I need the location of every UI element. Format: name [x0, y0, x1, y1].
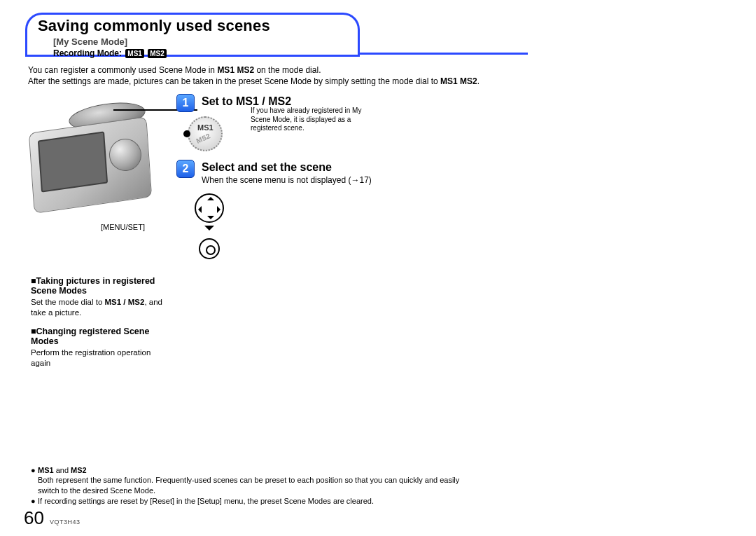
dpad-up-icon	[207, 193, 214, 200]
navigation-pad-illustration	[193, 193, 225, 259]
mode-dial-illustration: MS1 MS2	[188, 116, 223, 151]
taking-pictures-body: Set the mode dial to MS1 / MS2, and take…	[31, 297, 171, 318]
taking-pictures-heading: ■Taking pictures in registered Scene Mod…	[31, 276, 171, 296]
camera-screen-icon	[38, 132, 108, 193]
intro-line2: After the settings are made, pictures ca…	[28, 76, 440, 86]
bullet-icon: ●	[31, 496, 38, 507]
intro-paragraph: You can register a commonly used Scene M…	[25, 64, 515, 87]
dpad-right-icon	[217, 206, 224, 213]
note1-body: Both represent the same function. Freque…	[38, 476, 459, 495]
recording-mode-text: Recording Mode:	[53, 48, 122, 58]
changing-modes-heading: ■Changing registered Scene Modes	[31, 327, 171, 346]
intro-ms1: MS1 MS2	[217, 65, 254, 75]
step-2-badge: 2	[176, 160, 195, 178]
dpad-icon	[195, 193, 224, 223]
page-footer: 60 VQT3H43	[24, 507, 80, 529]
dpad-down-icon	[207, 216, 214, 223]
camera-illustration	[25, 97, 165, 237]
step-2-subtext: When the scene menu is not displayed (→1…	[202, 175, 372, 185]
intro-line1b: on the mode dial.	[254, 65, 321, 75]
mode-chip-ms1: MS1	[125, 49, 144, 58]
step-1-title-a: Set to	[202, 95, 236, 107]
mode-dial-ms1-label: MS1	[197, 123, 214, 132]
title-rule-extension	[360, 53, 528, 55]
intro-line2-end: .	[477, 76, 479, 86]
page-number: 60	[24, 507, 44, 529]
note2-body: If recording settings are reset by [Rese…	[38, 496, 479, 507]
menu-set-label: [MENU/SET]	[101, 223, 145, 231]
step-1-badge: 1	[176, 94, 195, 112]
page-subtitle: [My Scene Mode]	[38, 35, 347, 47]
title-bar: Saving commonly used scenes [My Scene Mo…	[25, 13, 515, 62]
intro-line1a: You can register a commonly used Scene M…	[28, 65, 217, 75]
footer-notes: ● MS1 and MS2 Both represent the same fu…	[31, 465, 479, 507]
intro-ms2: MS1 MS2	[440, 76, 477, 86]
step-2: 2 Select and set the scene When the scen…	[176, 160, 372, 185]
document-code: VQT3H43	[50, 518, 80, 525]
page-title: Saving commonly used scenes	[38, 17, 347, 35]
taking-pictures-ms: MS1 / MS2	[104, 298, 144, 306]
recording-mode-label: Recording Mode: MS1 MS2	[38, 47, 347, 62]
note1-ms2: MS2	[71, 466, 87, 474]
bullet-icon: ●	[31, 465, 38, 497]
note1-and: and	[54, 466, 71, 474]
step-1-note: If you have already registered in My Sce…	[251, 106, 377, 133]
step-2-title: Select and set the scene	[202, 161, 372, 174]
changing-modes-body: Perform the registration operation again	[31, 348, 171, 369]
mode-chip-ms2: MS2	[148, 49, 167, 58]
step-1-title-ms: MS1 / MS2	[236, 95, 291, 107]
arrow-down-icon	[204, 226, 214, 235]
note1-ms1: MS1	[38, 466, 54, 474]
ok-button-icon	[199, 238, 220, 259]
left-notes-column: ■Taking pictures in registered Scene Mod…	[31, 272, 171, 369]
taking-pictures-a: Set the mode dial to	[31, 298, 104, 306]
dpad-left-icon	[195, 206, 202, 213]
